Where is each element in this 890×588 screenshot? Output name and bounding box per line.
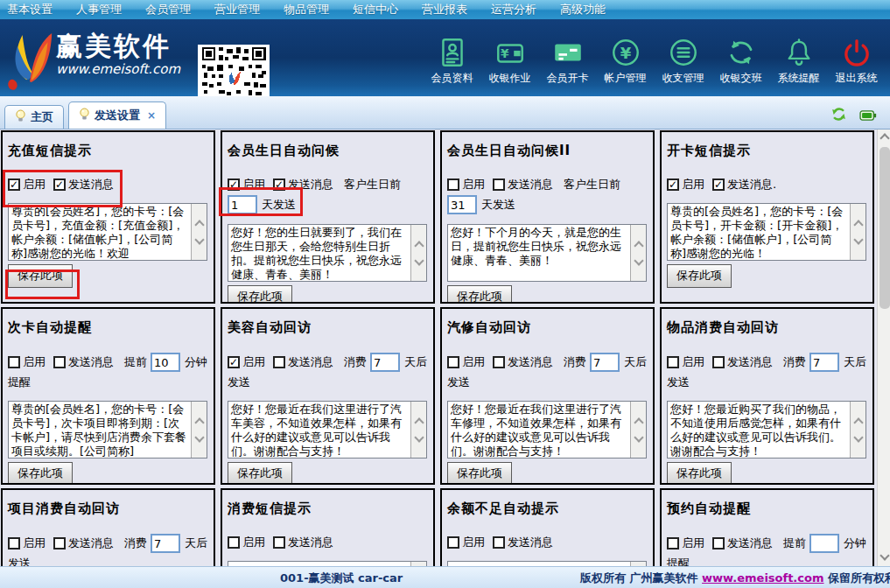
- send-message-checkbox[interactable]: [493, 536, 505, 549]
- interval-input[interactable]: [809, 534, 839, 553]
- scroll-up-icon[interactable]: [853, 417, 863, 427]
- scroll-up-icon[interactable]: [194, 417, 204, 427]
- send-message-checkbox[interactable]: [53, 356, 66, 368]
- textarea-scrollbar[interactable]: [191, 402, 207, 458]
- save-item-button[interactable]: 保存此项: [447, 462, 512, 485]
- textarea-scrollbar[interactable]: [850, 204, 865, 260]
- send-message-label: 发送消息: [508, 176, 553, 193]
- scroll-up-icon[interactable]: [414, 241, 424, 250]
- enable-checkbox[interactable]: [447, 356, 459, 368]
- textarea-scrollbar[interactable]: [850, 402, 865, 458]
- message-textarea[interactable]: 您好！您最近在我们这里进行了汽车修理，不知道效果怎样，如果有什么好的建议或意见可…: [447, 401, 647, 458]
- tab-close-icon[interactable]: ×: [147, 109, 156, 122]
- save-item-button[interactable]: 保存此项: [228, 285, 292, 304]
- textarea-scrollbar[interactable]: [630, 225, 646, 281]
- battery-button[interactable]: [859, 108, 877, 124]
- interval-input[interactable]: [151, 353, 180, 372]
- send-message-checkbox[interactable]: ✓: [273, 178, 285, 191]
- enable-checkbox[interactable]: ✓: [228, 178, 240, 191]
- message-textarea[interactable]: 您好！下个月的今天，就是您的生日，提前祝您生日快乐，祝您永远健康、青春、美丽！: [447, 224, 647, 282]
- textarea-scrollbar[interactable]: [191, 204, 207, 260]
- menu-item-8[interactable]: 运营分析: [491, 2, 536, 18]
- enable-checkbox[interactable]: ✓: [8, 178, 20, 191]
- scroll-down-icon[interactable]: [414, 432, 424, 442]
- scroll-down-icon[interactable]: [194, 234, 204, 244]
- message-textarea[interactable]: 尊贵的[会员姓名]，您的卡号：[会员卡号]，开卡金额：[开卡金额]，帐户余额：[…: [667, 203, 866, 261]
- emeisoft-site-link[interactable]: www.emeisoft.com: [702, 571, 823, 584]
- save-item-button[interactable]: 保存此项: [447, 285, 512, 304]
- scroll-down-icon[interactable]: [853, 234, 863, 244]
- send-message-checkbox[interactable]: [712, 356, 725, 368]
- menu-item-6[interactable]: 短信中心: [353, 2, 398, 18]
- member-open-card-button[interactable]: 会员开卡: [543, 36, 592, 86]
- send-message-checkbox[interactable]: ✓: [712, 178, 725, 191]
- message-textarea[interactable]: 您好！您最近在我们这里进行了汽车美容，不知道效果怎样，如果有什么好的建议或意见可…: [228, 401, 427, 458]
- scroll-up-icon[interactable]: [634, 417, 643, 427]
- interval-input[interactable]: [370, 353, 400, 372]
- save-item-button[interactable]: 保存此项: [8, 264, 73, 288]
- save-item-button[interactable]: 保存此项: [667, 264, 732, 288]
- cashier-work-button[interactable]: ¥收银作业: [485, 36, 535, 86]
- enable-checkbox[interactable]: [8, 356, 20, 368]
- scroll-down-icon[interactable]: [194, 432, 204, 442]
- scroll-up-icon[interactable]: [414, 417, 424, 427]
- menu-item-1[interactable]: 基本设置: [7, 2, 53, 18]
- message-textarea[interactable]: 尊贵的[会员姓名]，您的卡号：[会员卡号]，次卡项目即将到期：[次卡帐户]，请尽…: [8, 401, 207, 458]
- enable-checkbox[interactable]: [8, 537, 20, 550]
- textarea-scrollbar[interactable]: [630, 402, 646, 458]
- message-textarea[interactable]: 您好！您最近购买了我们的物品，不知道使用后感觉怎样，如果有什么好的建议或意见可以…: [667, 401, 866, 458]
- income-expense-button[interactable]: 收支管理: [658, 36, 708, 86]
- enable-checkbox[interactable]: [447, 178, 459, 191]
- account-manage-button[interactable]: ¥帐户管理: [600, 36, 650, 86]
- interval-input[interactable]: [151, 534, 180, 553]
- menu-item-5[interactable]: 物品管理: [284, 2, 329, 18]
- cashier-shift-button[interactable]: 收银交班: [716, 36, 766, 86]
- days-before-input[interactable]: [228, 195, 257, 214]
- enable-checkbox[interactable]: ✓: [228, 356, 240, 368]
- send-message-checkbox[interactable]: [53, 537, 66, 550]
- enable-checkbox[interactable]: [667, 356, 679, 368]
- scroll-up-icon[interactable]: [879, 133, 889, 143]
- send-message-checkbox[interactable]: [493, 178, 505, 191]
- enable-checkbox[interactable]: ✓: [667, 178, 679, 191]
- message-textarea[interactable]: 尊贵的[会员姓名]，您的卡号：[会员卡号]，充值金额：[充值金额]，帐户余额：[…: [8, 203, 207, 261]
- save-item-button[interactable]: 保存此项: [8, 462, 73, 485]
- enable-checkbox[interactable]: [447, 536, 459, 549]
- send-message-checkbox[interactable]: [712, 537, 725, 550]
- menu-item-7[interactable]: 营业报表: [422, 2, 467, 18]
- textarea-scrollbar[interactable]: [410, 402, 426, 458]
- send-message-checkbox[interactable]: ✓: [53, 178, 66, 191]
- send-message-checkbox[interactable]: [273, 536, 285, 549]
- send-message-checkbox[interactable]: [493, 356, 505, 368]
- menu-item-2[interactable]: 人事管理: [76, 2, 122, 18]
- days-before-input[interactable]: [447, 195, 477, 214]
- menu-item-3[interactable]: 会员管理: [145, 2, 191, 18]
- scroll-up-icon[interactable]: [853, 220, 863, 229]
- interval-input[interactable]: [590, 353, 620, 372]
- menu-item-9[interactable]: 高级功能: [560, 2, 606, 18]
- textarea-scrollbar[interactable]: [410, 225, 426, 281]
- system-alert-button[interactable]: 系统提醒: [774, 36, 823, 86]
- tab-send-settings[interactable]: 发送设置×: [68, 102, 166, 129]
- scroll-down-icon[interactable]: [634, 432, 643, 442]
- member-profile-button[interactable]: 会员资料: [427, 36, 477, 86]
- save-item-button[interactable]: 保存此项: [667, 462, 732, 485]
- vertical-scrollbar[interactable]: [877, 130, 890, 566]
- scroll-down-icon[interactable]: [853, 432, 863, 442]
- tab-home[interactable]: 主页: [4, 105, 64, 129]
- save-item-button[interactable]: 保存此项: [228, 462, 292, 485]
- menu-item-4[interactable]: 营业管理: [214, 2, 260, 18]
- scroll-down-icon[interactable]: [879, 550, 889, 560]
- send-message-checkbox[interactable]: [273, 356, 285, 368]
- scroll-down-icon[interactable]: [414, 256, 424, 265]
- refresh-button[interactable]: [831, 107, 846, 125]
- scroll-down-icon[interactable]: [634, 256, 643, 265]
- scroll-up-icon[interactable]: [634, 241, 643, 250]
- interval-input[interactable]: [809, 353, 839, 372]
- scroll-up-icon[interactable]: [194, 220, 204, 229]
- enable-checkbox[interactable]: [228, 536, 240, 549]
- exit-system-button[interactable]: 退出系统: [831, 36, 881, 86]
- enable-checkbox[interactable]: [667, 537, 679, 550]
- scroll-thumb[interactable]: [879, 147, 890, 309]
- message-textarea[interactable]: 您好！您的生日就要到了，我们在您生日那天，会给您特别生日折扣。提前祝您生日快乐，…: [228, 224, 427, 282]
